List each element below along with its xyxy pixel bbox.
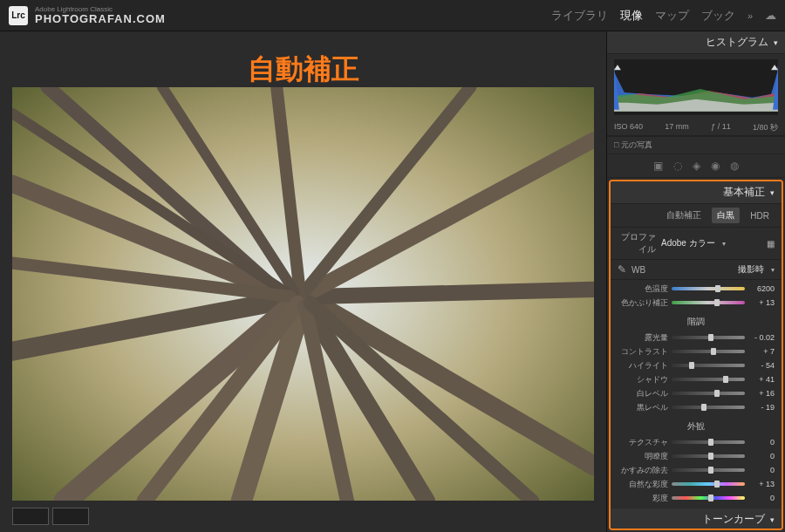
annotation-label: 自動補正 <box>248 51 359 89</box>
heal-tool-icon[interactable]: ◌ <box>673 160 682 172</box>
module-book[interactable]: ブック <box>701 8 735 24</box>
meta-focal: 17 mm <box>665 122 689 133</box>
module-map[interactable]: マップ <box>655 8 689 24</box>
histogram-chart[interactable] <box>614 59 778 115</box>
slider-dehaze[interactable]: かすみの除去0 <box>618 463 775 477</box>
tone-sliders: 露光量- 0.02 コントラスト+ 7 ハイライト- 54 シャドウ+ 41 白… <box>611 329 782 418</box>
slider-whites[interactable]: 白レベル+ 16 <box>618 386 775 400</box>
filmstrip-thumb[interactable] <box>12 508 49 525</box>
top-bar: Lrc Adobe Lightroom Classic PHOTOGRAFAN.… <box>0 0 785 31</box>
module-library[interactable]: ライブラリ <box>551 8 608 24</box>
slider-contrast[interactable]: コントラスト+ 7 <box>618 344 775 358</box>
brush-tool-icon[interactable]: ◍ <box>730 160 739 172</box>
slider-shadows[interactable]: シャドウ+ 41 <box>618 372 775 386</box>
wb-eyedropper-icon[interactable]: ✎ <box>618 263 626 276</box>
bw-button[interactable]: 白黒 <box>712 208 740 223</box>
meta-shutter: 1/80 秒 <box>753 122 778 133</box>
histogram-wrap <box>607 54 785 120</box>
brand-name: PHOTOGRAFAN.COM <box>35 13 166 24</box>
main-canvas-area: 自動補正 <box>0 31 606 532</box>
meta-aperture: ƒ / 11 <box>711 122 731 133</box>
profile-label: プロファイル <box>618 231 656 256</box>
crop-tool-icon[interactable]: ▣ <box>653 160 663 172</box>
filmstrip-thumb[interactable] <box>52 508 89 525</box>
photo-image <box>12 87 594 501</box>
wb-label: WB <box>631 265 645 275</box>
meta-iso: ISO 640 <box>614 122 643 133</box>
develop-sidebar: ヒストグラム▾ ISO 640 17 mm ƒ / 11 <box>606 31 785 532</box>
local-tools: ▣ ◌ ◈ ◉ ◍ <box>607 154 785 178</box>
profile-value: Adobe カラー <box>661 237 715 249</box>
slider-texture[interactable]: テクスチャ0 <box>618 435 775 449</box>
histogram-header[interactable]: ヒストグラム▾ <box>607 31 785 54</box>
filmstrip <box>12 508 594 525</box>
profile-row[interactable]: プロファイル Adobe カラー ▾ ▦ <box>611 228 782 260</box>
slider-clarity[interactable]: 明瞭度0 <box>618 449 775 463</box>
wb-value[interactable]: 撮影時 <box>738 263 764 276</box>
more-modules-icon[interactable]: » <box>747 10 753 21</box>
wb-row: ✎ WB 撮影時 ▾ <box>611 260 782 280</box>
basic-panel: 基本補正▾ 自動補正 白黒 HDR プロファイル Adobe カラー ▾ ▦ ✎ <box>609 180 783 530</box>
photo-canvas[interactable] <box>12 87 594 501</box>
basic-header[interactable]: 基本補正▾ <box>611 181 782 204</box>
brand-block: Adobe Lightroom Classic PHOTOGRAFAN.COM <box>35 6 166 24</box>
mask-tool-icon[interactable]: ◈ <box>693 160 700 172</box>
histogram-meta: ISO 640 17 mm ƒ / 11 1/80 秒 <box>607 120 785 136</box>
slider-saturation[interactable]: 彩度0 <box>618 491 775 505</box>
auto-button[interactable]: 自動補正 <box>661 208 706 223</box>
slider-highlights[interactable]: ハイライト- 54 <box>618 358 775 372</box>
basic-mode-row: 自動補正 白黒 HDR <box>611 204 782 228</box>
cloud-sync-icon[interactable]: ☁ <box>765 9 776 22</box>
presence-section-title: 外観 <box>611 418 782 433</box>
module-develop[interactable]: 現像 <box>620 8 643 24</box>
wb-sliders: 色温度6200 色かぶり補正+ 13 <box>611 280 782 313</box>
chevron-down-icon: ▾ <box>722 240 726 248</box>
presence-sliders: テクスチャ0 明瞭度0 かすみの除去0 自然な彩度+ 13 彩度0 <box>611 433 782 508</box>
module-switcher: ライブラリ 現像 マップ ブック » ☁ <box>551 8 776 24</box>
tone-section-title: 階調 <box>611 313 782 329</box>
app-logo: Lrc <box>9 6 28 25</box>
chevron-down-icon: ▾ <box>771 266 775 274</box>
original-toggle[interactable]: 元の写真 <box>607 136 785 154</box>
redeye-tool-icon[interactable]: ◉ <box>711 160 720 172</box>
profile-grid-icon[interactable]: ▦ <box>767 239 775 249</box>
slider-tint[interactable]: 色かぶり補正+ 13 <box>618 296 775 310</box>
slider-vibrance[interactable]: 自然な彩度+ 13 <box>618 477 775 491</box>
slider-exposure[interactable]: 露光量- 0.02 <box>618 331 775 344</box>
slider-temp[interactable]: 色温度6200 <box>618 282 775 296</box>
hdr-button[interactable]: HDR <box>745 209 775 222</box>
slider-blacks[interactable]: 黒レベル- 19 <box>618 400 775 414</box>
tonecurve-header[interactable]: トーンカーブ▾ <box>611 508 782 530</box>
